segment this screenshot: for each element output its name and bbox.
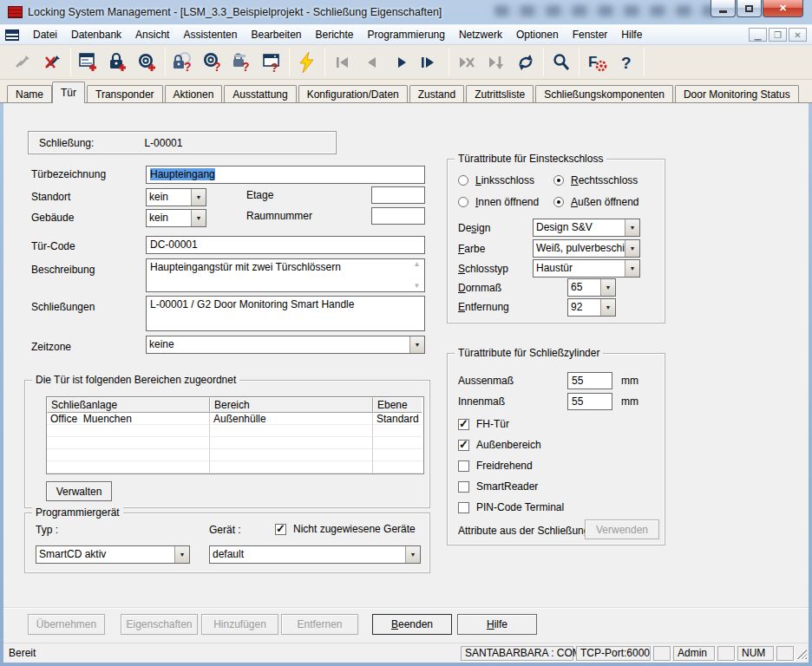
menu-netzwerk[interactable]: Netzwerk [452, 26, 509, 43]
toolbar-delete-record-button[interactable] [38, 48, 68, 76]
tab-konfiguration-daten[interactable]: Konfiguration/Daten [298, 85, 408, 103]
column-header[interactable]: Ebene [373, 397, 422, 413]
menu-berichte[interactable]: Berichte [309, 26, 361, 43]
tab-zutrittsliste[interactable]: Zutrittsliste [466, 85, 534, 103]
toolbar-read-lock-button[interactable]: ? [168, 48, 198, 76]
scroll-down-icon[interactable]: ▼ [414, 283, 421, 290]
properties-button[interactable]: Eigenschaften [121, 614, 198, 635]
toolbar-flash-programming-button[interactable] [292, 48, 322, 76]
tab-zustand[interactable]: Zustand [409, 85, 464, 103]
menu-datenbank[interactable]: Datenbank [64, 26, 128, 43]
dropdown-arrow-icon[interactable]: ▼ [409, 336, 424, 353]
freewheel-checkbox[interactable]: Freidrehend [458, 460, 533, 472]
left-lock-radio[interactable]: Linksschloss [458, 174, 534, 186]
menu-fenster[interactable]: Fenster [566, 26, 615, 43]
checkbox-icon[interactable] [458, 419, 469, 430]
backset-select[interactable]: 65▼ [567, 278, 616, 297]
menu-bearbeiten[interactable]: Bearbeiten [244, 26, 308, 43]
programmer-device-select[interactable]: default▼ [209, 545, 421, 564]
checkbox-icon[interactable] [458, 460, 469, 472]
tab-door-monitoring-status[interactable]: Door Monitoring Status [675, 85, 799, 103]
toolbar-skip-record-button[interactable] [481, 48, 511, 76]
inside-dimension-input[interactable]: 55 [567, 393, 612, 410]
timezone-select[interactable]: keine▼ [146, 336, 425, 354]
dropdown-arrow-icon[interactable]: ▼ [625, 260, 639, 277]
areas-table[interactable]: Schließanlage Bereich Ebene Office_Muenc… [46, 396, 424, 474]
help-button[interactable]: Hilfe [457, 614, 537, 635]
menu-assistenten[interactable]: Assistenten [176, 26, 244, 43]
locks-list-textarea[interactable]: L-00001 / G2 Door Monitoring Smart Handl… [146, 296, 425, 331]
dropdown-arrow-icon[interactable]: ▼ [174, 546, 189, 563]
dropdown-arrow-icon[interactable]: ▼ [191, 210, 206, 226]
room-input[interactable] [371, 207, 425, 225]
toolbar-new-transponder-button[interactable] [133, 48, 162, 76]
scroll-up-icon[interactable]: ▲ [414, 261, 421, 268]
dropdown-arrow-icon[interactable]: ▼ [405, 546, 420, 563]
toolbar-read-transponder-button[interactable]: ? [198, 48, 227, 76]
checkbox-icon[interactable] [458, 481, 469, 493]
dropdown-arrow-icon[interactable]: ▼ [625, 219, 639, 236]
menu-hilfe[interactable]: Hilfe [614, 26, 649, 43]
checkbox-icon[interactable] [458, 502, 469, 513]
unassigned-devices-checkbox[interactable]: Nicht zugewiesene Geräte [275, 523, 416, 535]
add-button[interactable]: Hinzufügen [201, 614, 278, 635]
toolbar-help-button[interactable]: ? [612, 48, 641, 76]
inward-opening-radio[interactable]: Innen öffnend [458, 196, 539, 208]
toolbar-read-lock-g1-button[interactable]: ? [227, 48, 257, 76]
radio-icon[interactable] [553, 175, 564, 186]
exit-button[interactable]: Beenden [372, 614, 452, 635]
apply-button[interactable]: Übernehmen [28, 614, 105, 635]
toolbar-refresh-button[interactable] [511, 48, 540, 76]
building-select[interactable]: kein▼ [146, 209, 206, 227]
right-lock-radio[interactable]: Rechtsschloss [553, 174, 638, 186]
toolbar-new-locking-system-button[interactable] [74, 48, 103, 76]
menu-ansicht[interactable]: Ansicht [128, 26, 176, 43]
fh-door-checkbox[interactable]: FH-Tür [458, 418, 509, 430]
door-name-input[interactable]: Haupteingang [146, 166, 425, 184]
toolbar-cancel-record-button[interactable] [452, 48, 481, 76]
textarea-scrollbar[interactable]: ▲▼ [411, 261, 422, 290]
tab-schliessungskomponenten[interactable]: Schließungskomponenten [535, 85, 673, 103]
mdi-minimize-button[interactable]: ▁ [749, 28, 767, 42]
tab-tuer[interactable]: Tür [52, 82, 85, 103]
column-header[interactable]: Schließanlage [47, 397, 210, 413]
dropdown-arrow-icon[interactable]: ▼ [625, 240, 639, 257]
tab-ausstattung[interactable]: Ausstattung [224, 85, 296, 103]
dropdown-arrow-icon[interactable]: ▼ [600, 299, 615, 316]
resize-grip-icon[interactable] [796, 648, 807, 659]
maximize-button[interactable] [737, 0, 762, 17]
color-select[interactable]: Weiß, pulverbeschichtet▼ [533, 239, 640, 258]
manage-button[interactable]: Verwalten [46, 481, 112, 501]
mdi-close-button[interactable]: ✕ [789, 28, 807, 42]
tab-transponder[interactable]: Transponder [87, 85, 163, 103]
outward-opening-radio[interactable]: Außen öffnend [553, 196, 639, 208]
use-button[interactable]: Verwenden [585, 519, 659, 539]
lock-type-select[interactable]: Haustür▼ [533, 259, 640, 278]
minimize-button[interactable] [710, 0, 736, 17]
pincode-terminal-checkbox[interactable]: PIN-Code Terminal [458, 501, 564, 513]
description-textarea[interactable]: Haupteingangstür mit zwei Türschlössern … [146, 258, 425, 292]
document-icon[interactable] [5, 29, 19, 41]
outside-dimension-input[interactable]: 55 [567, 372, 612, 389]
toolbar-first-record-button[interactable] [328, 48, 357, 76]
toolbar-previous-record-button[interactable] [357, 48, 387, 76]
toolbar-search-button[interactable] [547, 48, 576, 76]
dropdown-arrow-icon[interactable]: ▼ [191, 189, 206, 206]
location-select[interactable]: kein▼ [146, 188, 206, 206]
checkbox-icon[interactable] [275, 524, 286, 535]
checkbox-icon[interactable] [458, 440, 469, 451]
column-header[interactable]: Bereich [210, 397, 373, 413]
floor-input[interactable] [371, 186, 425, 204]
toolbar-new-lock-button[interactable] [103, 48, 133, 76]
dropdown-arrow-icon[interactable]: ▼ [600, 279, 615, 296]
toolbar-last-record-button[interactable] [416, 48, 446, 76]
radio-icon[interactable] [553, 197, 564, 207]
toolbar-filter-button[interactable]: F [582, 48, 612, 76]
menu-programmierung[interactable]: Programmierung [361, 26, 452, 43]
smartreader-checkbox[interactable]: SmartReader [458, 480, 538, 493]
mdi-restore-button[interactable]: ❐ [769, 28, 787, 42]
toolbar-navigate-back-button[interactable] [9, 48, 38, 76]
distance-select[interactable]: 92▼ [567, 298, 616, 317]
programmer-type-select[interactable]: SmartCD aktiv▼ [36, 545, 190, 564]
table-row[interactable]: Office_Muenchen Außenhülle Standard [47, 413, 423, 425]
